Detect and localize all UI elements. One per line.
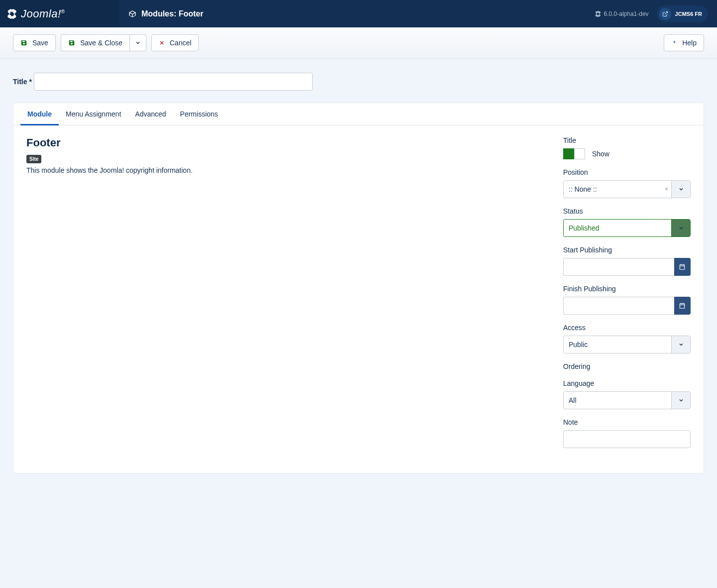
- save-button[interactable]: Save: [13, 34, 56, 51]
- external-link-icon: [659, 8, 671, 20]
- close-icon: [159, 40, 165, 46]
- label-position: Position: [563, 168, 691, 176]
- cancel-button-label: Cancel: [170, 39, 192, 47]
- access-value: Public: [564, 336, 671, 353]
- chevron-down-icon[interactable]: [671, 220, 690, 236]
- label-start-publishing: Start Publishing: [563, 246, 691, 254]
- user-label: JCMS6 FR: [675, 11, 702, 17]
- position-select[interactable]: :: None :: ×: [563, 180, 691, 198]
- note-input[interactable]: [563, 430, 691, 448]
- label-status: Status: [563, 207, 691, 215]
- sidebar-options: Title Show Position :: None :: ×: [563, 136, 691, 457]
- tab-permissions[interactable]: Permissions: [173, 103, 225, 125]
- status-select[interactable]: Published: [563, 219, 691, 237]
- module-info: Footer Site This module shows the Joomla…: [26, 136, 543, 457]
- tab-module[interactable]: Module: [20, 103, 59, 125]
- field-title-toggle: Title Show: [563, 136, 691, 159]
- cancel-button[interactable]: Cancel: [151, 34, 199, 51]
- question-icon: [671, 39, 677, 47]
- header-right: 6.0.0-alpha1-dev JCMS6 FR: [595, 5, 717, 22]
- save-icon: [68, 39, 75, 46]
- chevron-down-icon[interactable]: [671, 181, 690, 198]
- page-title: Modules: Footer: [120, 9, 203, 18]
- tab-advanced[interactable]: Advanced: [128, 103, 173, 125]
- save-close-button-label: Save & Close: [80, 39, 122, 47]
- chevron-down-icon: [135, 40, 141, 46]
- save-close-dropdown[interactable]: [129, 34, 146, 51]
- card-body: Footer Site This module shows the Joomla…: [13, 125, 704, 473]
- title-show-text: Show: [592, 150, 609, 158]
- finish-publishing-calendar-button[interactable]: [674, 297, 691, 315]
- main-card: Module Menu Assignment Advanced Permissi…: [13, 103, 704, 473]
- joomla-small-icon: [595, 11, 601, 17]
- title-input[interactable]: [34, 73, 313, 91]
- label-access: Access: [563, 324, 691, 332]
- label-language: Language: [563, 379, 691, 387]
- field-note: Note: [563, 418, 691, 448]
- calendar-icon: [679, 302, 686, 309]
- field-ordering: Ordering: [563, 362, 691, 370]
- version-label[interactable]: 6.0.0-alpha1-dev: [595, 10, 649, 17]
- chevron-down-icon[interactable]: [671, 336, 690, 353]
- field-access: Access Public: [563, 324, 691, 353]
- header-bar: Joomla!® Modules: Footer 6.0.0-alpha1-de…: [0, 0, 717, 27]
- title-show-toggle[interactable]: [563, 148, 585, 159]
- brand-text: Joomla!®: [21, 7, 65, 20]
- access-select[interactable]: Public: [563, 336, 691, 353]
- toolbar: Save Save & Close Cancel Help: [0, 27, 717, 59]
- save-close-group: Save & Close: [61, 34, 146, 51]
- title-label: Title *: [13, 78, 32, 86]
- module-heading: Footer: [26, 136, 543, 149]
- position-clear[interactable]: ×: [662, 181, 671, 198]
- field-start-publishing: Start Publishing: [563, 246, 691, 276]
- module-description: This module shows the Joomla! copyright …: [26, 166, 543, 174]
- start-publishing-calendar-button[interactable]: [674, 258, 691, 276]
- field-language: Language All: [563, 379, 691, 409]
- chevron-down-icon[interactable]: [671, 392, 690, 409]
- start-publishing-input[interactable]: [563, 258, 674, 276]
- brand-logo[interactable]: Joomla!®: [0, 0, 120, 27]
- page-title-text: Modules: Footer: [141, 9, 203, 18]
- status-value: Published: [564, 220, 671, 236]
- tabs: Module Menu Assignment Advanced Permissi…: [13, 103, 704, 125]
- user-menu[interactable]: JCMS6 FR: [657, 5, 708, 22]
- language-value: All: [564, 392, 671, 409]
- save-button-label: Save: [32, 39, 48, 47]
- tab-menu-assignment[interactable]: Menu Assignment: [59, 103, 128, 125]
- field-status: Status Published: [563, 207, 691, 237]
- finish-publishing-input[interactable]: [563, 297, 674, 315]
- position-value: :: None ::: [564, 181, 662, 198]
- language-select[interactable]: All: [563, 391, 691, 409]
- save-icon: [20, 39, 27, 46]
- label-finish-publishing: Finish Publishing: [563, 285, 691, 293]
- help-button-label: Help: [682, 39, 697, 47]
- label-title: Title: [563, 136, 691, 144]
- joomla-icon: [7, 9, 17, 19]
- cube-icon: [128, 10, 136, 18]
- field-finish-publishing: Finish Publishing: [563, 285, 691, 315]
- site-badge: Site: [26, 155, 41, 163]
- help-button[interactable]: Help: [664, 34, 704, 51]
- field-position: Position :: None :: ×: [563, 168, 691, 198]
- calendar-icon: [679, 263, 686, 270]
- label-note: Note: [563, 418, 691, 426]
- title-field-block: Title *: [0, 59, 717, 91]
- save-close-button[interactable]: Save & Close: [61, 34, 129, 51]
- label-ordering: Ordering: [563, 362, 691, 370]
